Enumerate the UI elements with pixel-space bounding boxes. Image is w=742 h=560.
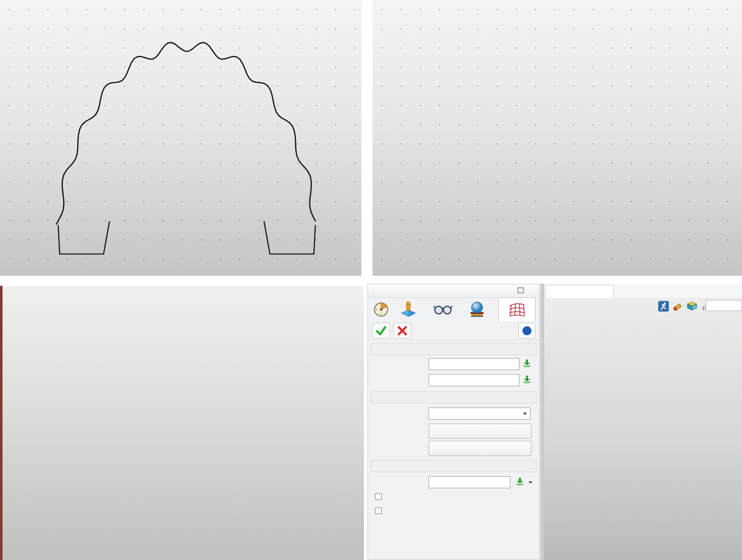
- section-boundary[interactable]: [371, 391, 537, 403]
- render-canvas-fig14: [544, 298, 742, 560]
- undock-icon[interactable]: [516, 287, 524, 294]
- v-curves-input[interactable]: [429, 374, 519, 386]
- viewport-3d[interactable]: [544, 298, 742, 560]
- glasses-icon[interactable]: [433, 300, 453, 318]
- stamp-icon[interactable]: [399, 300, 417, 318]
- tolerance-options-caret[interactable]: [528, 481, 533, 484]
- escape-runner-icon[interactable]: [658, 301, 669, 312]
- quick-input-field[interactable]: [706, 300, 742, 311]
- panel-fig13-3d: [0, 286, 364, 560]
- ok-check-icon[interactable]: [372, 323, 390, 338]
- pick-tolerance-icon[interactable]: [515, 477, 524, 486]
- uv-surface-icon[interactable]: [498, 297, 536, 321]
- checkbox-checked-icon[interactable]: [375, 493, 382, 500]
- panel-fig11-sketch: [0, 0, 361, 276]
- viewport-area: [544, 284, 742, 560]
- pick-u-icon[interactable]: [522, 359, 532, 368]
- sketch-canvas-fig11: [0, 0, 361, 276]
- cancel-x-icon[interactable]: [393, 323, 411, 338]
- tab-part002[interactable]: [545, 285, 614, 298]
- u-curves-input[interactable]: [429, 358, 519, 370]
- pick-v-icon[interactable]: [522, 375, 532, 384]
- add-tangent-button[interactable]: [429, 424, 532, 439]
- tolerance-input[interactable]: [429, 476, 510, 488]
- extend-to-intersection-row[interactable]: [375, 493, 385, 500]
- render-canvas-fig13: [3, 286, 361, 560]
- dialog-action-row: [368, 321, 540, 340]
- dialog-toolbar: [368, 297, 540, 321]
- keep-curves-row[interactable]: [375, 507, 385, 514]
- gauge-icon[interactable]: [372, 300, 390, 318]
- checkbox-unchecked-icon[interactable]: [375, 507, 382, 514]
- arch-sketch: [57, 42, 316, 254]
- sketch-canvas-fig12: [373, 0, 742, 276]
- section-required[interactable]: [371, 343, 537, 355]
- box-icon[interactable]: [686, 301, 698, 312]
- viewport-minitoolbar: [658, 301, 712, 312]
- sphere-icon[interactable]: [467, 300, 487, 318]
- info-icon[interactable]: [518, 323, 536, 338]
- panel-fig12-sketch: [373, 0, 742, 276]
- close-icon[interactable]: [528, 287, 537, 294]
- chevron-down-icon: [523, 413, 527, 415]
- panel-splitter[interactable]: [540, 284, 544, 560]
- remove-tangent-button[interactable]: [429, 441, 532, 456]
- uv-surface-dialog: [367, 284, 540, 560]
- dialog-titlebar: [368, 284, 540, 298]
- collage-root: [0, 0, 742, 560]
- continuity-select[interactable]: [429, 408, 531, 420]
- document-tabbar: [544, 284, 742, 298]
- eraser-icon[interactable]: [672, 301, 683, 312]
- panel-fig14-app: [367, 284, 742, 560]
- section-settings[interactable]: [371, 460, 537, 472]
- arch-outline: [57, 42, 316, 225]
